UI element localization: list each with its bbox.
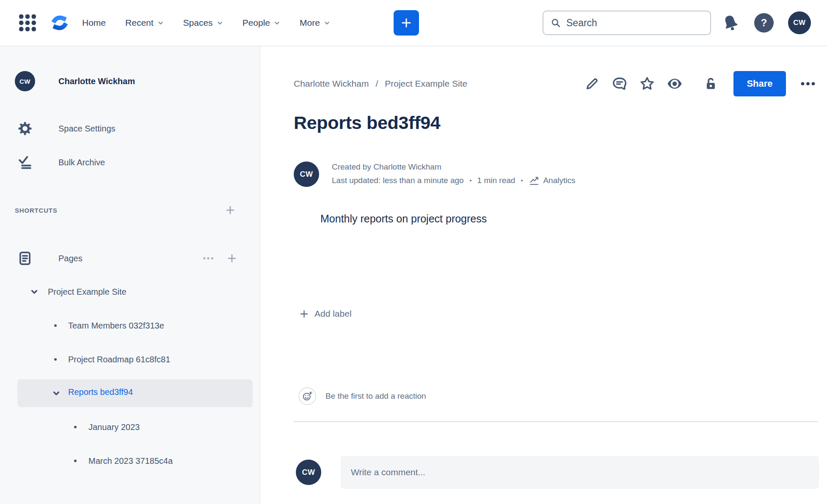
pages-more-icon[interactable] — [202, 252, 215, 265]
nav-more-label: More — [300, 18, 320, 28]
tree-item-march-2023[interactable]: March 2023 37185c4a — [0, 451, 259, 471]
bullet-icon — [74, 426, 77, 428]
ellipsis-icon — [799, 75, 816, 92]
notifications-button[interactable] — [719, 11, 742, 35]
avatar-initials: CW — [793, 19, 805, 27]
tree-item-project-roadmap[interactable]: Project Roadmap 61c8fc81 — [0, 349, 259, 370]
analytics-chart-icon — [529, 175, 540, 186]
chevron-down-icon[interactable] — [29, 287, 39, 297]
help-button[interactable]: ? — [754, 13, 774, 33]
unlock-icon — [703, 76, 718, 91]
global-search[interactable] — [543, 11, 711, 35]
dot-separator — [521, 180, 523, 181]
bullet-icon — [54, 324, 57, 327]
page-byline: CW Created by Charlotte Wickham Last upd… — [294, 162, 575, 187]
breadcrumb-space-link[interactable]: Charlotte Wickham — [294, 79, 369, 89]
watch-button[interactable] — [664, 73, 685, 94]
page-actions: Share — [582, 70, 819, 97]
app-grid-icon — [17, 12, 38, 33]
search-icon — [550, 17, 561, 28]
page-content: Charlotte Wickham / Project Example Site — [261, 47, 827, 504]
sidebar-section-pages[interactable]: Pages — [0, 248, 259, 268]
tree-item-label[interactable]: Project Example Site — [48, 287, 127, 297]
shortcuts-section-header: SHORTCUTS — [0, 204, 259, 216]
read-time-text: 1 min read — [477, 176, 515, 185]
nav-more[interactable]: More — [300, 18, 330, 28]
chevron-down-icon — [324, 20, 330, 26]
chevron-down-icon — [217, 20, 223, 26]
favorite-star-button[interactable] — [637, 73, 658, 94]
nav-people[interactable]: People — [243, 18, 280, 28]
space-sidebar: CW Charlotte Wickham Space Settings — [0, 47, 260, 504]
top-app-bar: Home Recent Spaces People More — [0, 0, 827, 47]
nav-home[interactable]: Home — [82, 18, 106, 28]
tree-item-label[interactable]: Team Members 032f313e — [68, 321, 164, 331]
tree-item-label[interactable]: Project Roadmap 61c8fc81 — [68, 355, 170, 364]
eye-icon — [666, 75, 683, 92]
tree-item-team-members[interactable]: Team Members 032f313e — [0, 315, 259, 336]
comment-composer: CW — [296, 456, 819, 489]
nav-recent-label: Recent — [125, 18, 154, 28]
page-more-button[interactable] — [797, 73, 819, 94]
pencil-icon — [584, 76, 600, 91]
page-body-text: Monthly reports on project progress — [320, 213, 487, 225]
star-icon — [639, 76, 655, 92]
avatar-initials: CW — [302, 468, 315, 477]
created-by-text: Created by Charlotte Wickham — [332, 162, 575, 172]
space-name: Charlotte Wickham — [58, 77, 135, 86]
comment-bubble-icon — [612, 76, 628, 92]
add-reaction-button[interactable] — [298, 387, 316, 405]
plus-icon — [299, 309, 309, 319]
space-profile[interactable]: CW Charlotte Wickham — [0, 71, 259, 91]
bullet-icon — [54, 358, 57, 361]
tree-item-project-example-site[interactable]: Project Example Site — [0, 282, 259, 302]
chevron-down-icon — [274, 20, 280, 26]
tree-item-january-2023[interactable]: January 2023 — [0, 417, 259, 437]
sidebar-item-space-settings[interactable]: Space Settings — [0, 118, 259, 139]
share-button[interactable]: Share — [733, 71, 786, 96]
sidebar-item-bulk-archive[interactable]: Bulk Archive — [0, 152, 259, 173]
user-avatar[interactable]: CW — [788, 11, 811, 34]
search-input[interactable] — [566, 17, 703, 29]
dot-separator — [470, 180, 471, 181]
confluence-logo-icon — [49, 12, 70, 33]
sidebar-item-label: Space Settings — [58, 124, 116, 134]
create-button[interactable] — [394, 10, 419, 36]
question-mark-icon: ? — [761, 17, 767, 29]
reaction-prompt-text: Be the first to add a reaction — [325, 392, 426, 401]
plus-icon — [400, 17, 412, 29]
nav-spaces[interactable]: Spaces — [183, 18, 223, 28]
avatar-initials: CW — [19, 78, 30, 85]
comment-button[interactable] — [609, 73, 630, 94]
analytics-label: Analytics — [543, 176, 575, 185]
pages-icon — [17, 251, 33, 266]
breadcrumb-parent-link[interactable]: Project Example Site — [385, 79, 467, 89]
last-updated-text: Last updated: less than a minute ago — [332, 176, 464, 185]
add-label-button[interactable]: Add label — [299, 309, 352, 319]
tree-item-label-selected[interactable]: Reports bed3ff94 — [68, 387, 133, 397]
tree-item-reports-selected[interactable]: Reports bed3ff94 — [17, 379, 253, 407]
confluence-logo[interactable] — [49, 12, 70, 33]
add-page-icon[interactable] — [226, 253, 237, 264]
tree-item-label[interactable]: March 2023 37185c4a — [88, 456, 173, 466]
edit-button[interactable] — [582, 73, 603, 94]
tree-item-label[interactable]: January 2023 — [88, 422, 140, 432]
analytics-link[interactable]: Analytics — [529, 175, 575, 186]
breadcrumb: Charlotte Wickham / Project Example Site — [294, 73, 467, 95]
bullet-icon — [74, 460, 77, 462]
nav-recent[interactable]: Recent — [125, 18, 164, 28]
restrictions-button[interactable] — [700, 73, 721, 94]
pages-label: Pages — [58, 254, 83, 263]
reactions-section: Be the first to add a reaction — [298, 387, 426, 405]
add-shortcut-icon[interactable] — [225, 205, 236, 216]
nav-home-label: Home — [82, 18, 106, 28]
avatar-initials: CW — [300, 170, 313, 179]
comment-input[interactable] — [341, 456, 819, 489]
nav-spaces-label: Spaces — [183, 18, 213, 28]
bulk-archive-icon — [17, 155, 33, 170]
sidebar-item-label: Bulk Archive — [58, 158, 105, 167]
chevron-down-icon[interactable] — [51, 388, 61, 398]
commenter-avatar: CW — [296, 460, 321, 485]
author-avatar[interactable]: CW — [294, 162, 319, 187]
app-switcher-button[interactable] — [16, 11, 39, 34]
